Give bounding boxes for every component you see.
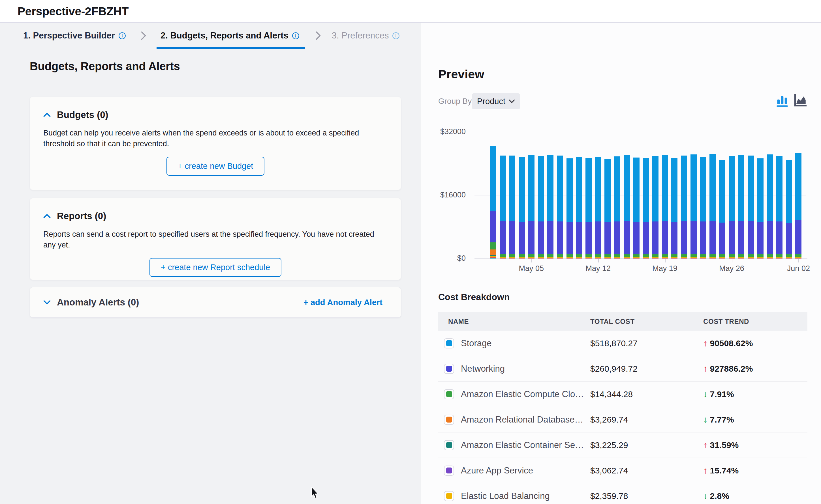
bar-segment bbox=[719, 223, 725, 254]
chevron-down-icon[interactable] bbox=[43, 300, 51, 305]
chart-bar[interactable] bbox=[700, 157, 706, 259]
table-row[interactable]: Elastic Load Balancing$2,359.78↓2.8% bbox=[438, 483, 807, 504]
bar-segment bbox=[624, 254, 630, 257]
chart-bar[interactable] bbox=[757, 158, 764, 259]
chart-bar[interactable] bbox=[643, 158, 649, 259]
legend-color-icon bbox=[444, 491, 454, 501]
chart-bar[interactable] bbox=[729, 156, 735, 259]
add-anomaly-alert-link[interactable]: + add Anomaly Alert bbox=[304, 298, 382, 307]
bar-segment bbox=[614, 221, 620, 254]
chart-bar[interactable] bbox=[547, 155, 553, 259]
chart-bar[interactable] bbox=[538, 156, 544, 259]
chart-type-toggles bbox=[777, 94, 807, 107]
chart-bar[interactable] bbox=[519, 157, 525, 259]
budgets-title: Budgets (0) bbox=[57, 109, 108, 120]
bar-segment bbox=[652, 258, 659, 259]
bar-segment bbox=[557, 258, 563, 259]
chart-bar[interactable] bbox=[509, 156, 515, 259]
bar-segment bbox=[786, 258, 792, 259]
table-row[interactable]: Storage$518,870.27↑90508.62% bbox=[438, 331, 807, 356]
bar-segment bbox=[662, 155, 668, 221]
x-axis-tick-label: May 19 bbox=[637, 264, 693, 273]
bar-chart-icon[interactable] bbox=[777, 94, 788, 107]
chart-bar[interactable] bbox=[681, 156, 687, 259]
create-budget-button[interactable]: + create new Budget bbox=[166, 157, 265, 176]
bar-segment bbox=[614, 254, 620, 257]
chart-bar[interactable] bbox=[595, 157, 601, 259]
trend-percent: 7.77% bbox=[710, 415, 734, 425]
x-axis-tick-label: May 05 bbox=[503, 264, 560, 273]
bar-segment bbox=[786, 223, 792, 254]
bar-segment bbox=[490, 258, 496, 259]
chevron-up-icon[interactable] bbox=[43, 214, 51, 219]
table-row[interactable]: Amazon Elastic Compute Clo…$14,344.28↓7.… bbox=[438, 382, 807, 407]
bar-segment bbox=[566, 158, 573, 222]
bar-segment bbox=[795, 220, 801, 254]
bar-segment bbox=[538, 254, 544, 257]
bar-segment bbox=[633, 222, 640, 254]
bar-segment bbox=[633, 254, 640, 257]
row-cost-trend: ↓7.77% bbox=[703, 415, 807, 425]
bar-segment bbox=[776, 221, 783, 254]
row-name-cell: Networking bbox=[438, 364, 590, 374]
bar-segment bbox=[519, 222, 525, 254]
bar-segment bbox=[700, 221, 706, 254]
chart-bar[interactable] bbox=[738, 155, 744, 259]
chart-bar[interactable] bbox=[585, 158, 592, 259]
chart-bar[interactable] bbox=[528, 155, 534, 259]
reports-description: Reports can send a cost report to specif… bbox=[30, 221, 395, 251]
trend-up-icon: ↑ bbox=[703, 364, 708, 374]
table-row[interactable]: Networking$260,949.72↑927886.2% bbox=[438, 356, 807, 382]
chart-bar[interactable] bbox=[719, 160, 725, 259]
chart-bar[interactable] bbox=[691, 154, 697, 259]
bar-segment bbox=[604, 254, 610, 257]
chart-bar[interactable] bbox=[566, 158, 573, 259]
row-name-cell: Storage bbox=[438, 338, 590, 348]
chart-bar[interactable] bbox=[500, 156, 506, 259]
row-total-cost: $260,949.72 bbox=[590, 364, 703, 374]
bar-segment bbox=[490, 242, 496, 249]
chart-bar[interactable] bbox=[662, 155, 668, 259]
create-report-schedule-button[interactable]: + create new Report schedule bbox=[149, 258, 282, 277]
table-row[interactable]: Azure App Service$3,062.74↑15.74% bbox=[438, 458, 807, 483]
bar-segment bbox=[757, 158, 764, 222]
chart-bar[interactable] bbox=[786, 160, 792, 259]
bar-segment bbox=[614, 156, 620, 222]
bar-segment bbox=[729, 221, 735, 254]
table-row[interactable]: Amazon Relational Database…$3,269.74↓7.7… bbox=[438, 407, 807, 432]
info-icon bbox=[118, 32, 126, 40]
chart-bar[interactable] bbox=[624, 155, 630, 259]
legend-color-icon bbox=[444, 389, 454, 399]
chart-bar[interactable] bbox=[671, 158, 678, 259]
group-by-dropdown[interactable]: Product bbox=[472, 93, 520, 109]
tab-preferences[interactable]: 3. Preferences bbox=[331, 29, 405, 49]
bar-segment bbox=[528, 155, 534, 221]
chart-bar[interactable] bbox=[776, 156, 783, 259]
chart-bar[interactable] bbox=[614, 156, 620, 259]
chart-bar[interactable] bbox=[795, 153, 801, 259]
table-row[interactable]: Amazon Elastic Container Se…$3,225.29↑31… bbox=[438, 432, 807, 458]
bar-segment bbox=[681, 221, 687, 254]
chart-bar[interactable] bbox=[557, 156, 563, 259]
bar-segment bbox=[719, 254, 725, 257]
x-axis-tick-mark bbox=[665, 259, 666, 262]
bar-segment bbox=[509, 258, 515, 259]
chart-bar[interactable] bbox=[633, 158, 640, 259]
tab-perspective-builder[interactable]: 1. Perspective Builder bbox=[23, 29, 130, 49]
tab-budgets-reports-alerts[interactable]: 2. Budgets, Reports and Alerts bbox=[156, 29, 305, 49]
bar-segment bbox=[557, 156, 563, 221]
row-total-cost: $14,344.28 bbox=[590, 389, 703, 399]
chart-bar[interactable] bbox=[490, 146, 496, 259]
x-axis-tick-mark bbox=[798, 259, 799, 262]
chart-bar[interactable] bbox=[767, 154, 773, 259]
bar-segment bbox=[719, 258, 725, 259]
chart-bar[interactable] bbox=[604, 159, 610, 259]
x-axis-tick-label: May 26 bbox=[704, 264, 760, 273]
area-chart-icon[interactable] bbox=[794, 94, 807, 107]
chevron-up-icon[interactable] bbox=[43, 112, 51, 117]
chart-bar[interactable] bbox=[576, 157, 582, 259]
chart-bar[interactable] bbox=[710, 154, 716, 259]
row-name: Amazon Elastic Container Se… bbox=[461, 440, 584, 450]
chart-bar[interactable] bbox=[748, 156, 754, 259]
chart-bar[interactable] bbox=[652, 156, 659, 259]
